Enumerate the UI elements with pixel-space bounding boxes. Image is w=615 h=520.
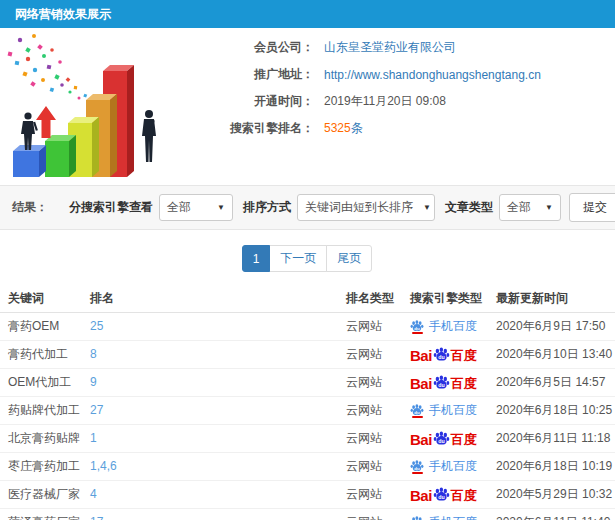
businessman-right: [142, 110, 156, 162]
rank-type-cell: 云网站: [346, 431, 382, 445]
result-label: 结果：: [12, 199, 48, 216]
table-row: 北京膏药贴牌1云网站Baidu百度2020年6月11日 11:18: [0, 424, 615, 452]
next-page-button[interactable]: 下一页: [269, 245, 327, 272]
pagination: 1 下一页 尾页: [0, 230, 615, 286]
chevron-down-icon: ▼: [423, 203, 431, 212]
rank-link[interactable]: 1,4,6: [90, 459, 117, 473]
rank-unit[interactable]: 条: [351, 121, 363, 135]
mobile-baidu-badge: du手机百度: [410, 402, 488, 419]
mobile-baidu-badge: du手机百度: [410, 458, 488, 475]
rank-link[interactable]: 8: [90, 347, 97, 361]
svg-text:du: du: [438, 353, 444, 359]
baidu-underline: [412, 472, 423, 474]
keyword-cell: 药贴牌代加工: [8, 403, 80, 417]
keyword-cell: 膏药代加工: [8, 347, 68, 361]
engine-type-label: 手机百度: [429, 402, 477, 419]
baidu-logo: Baidu百度: [410, 430, 488, 447]
rank-type-cell: 云网站: [346, 487, 382, 501]
sort-filter-label: 排序方式: [243, 199, 291, 216]
updated-time-cell: 2020年6月11日 11:18: [496, 431, 610, 445]
rank-link[interactable]: 25: [90, 319, 103, 333]
company-info-list: 会员公司： 山东皇圣堂药业有限公司 推广地址： http://www.shand…: [196, 28, 615, 142]
last-page-button[interactable]: 尾页: [326, 245, 372, 272]
mobile-baidu-badge: du手机百度: [410, 318, 488, 335]
rank-type-cell: 云网站: [346, 319, 382, 333]
submit-button[interactable]: 提交: [569, 193, 615, 222]
info-row-url: 推广地址： http://www.shandonghuangshengtang.…: [196, 61, 615, 88]
svg-text:du: du: [438, 493, 444, 499]
rank-type-cell: 云网站: [346, 347, 382, 361]
engine-rank-value: 5325条: [324, 120, 363, 137]
baidu-logo: Baidu百度: [410, 346, 488, 363]
promo-url-label: 推广地址：: [196, 66, 314, 83]
open-time-label: 开通时间：: [196, 93, 314, 110]
column-header: 最新更新时间: [488, 286, 615, 312]
table-row: 菏泽膏药厂家17云网站du手机百度2020年6月11日 11:40: [0, 508, 615, 520]
baidu-paw-icon: du: [410, 319, 424, 333]
rank-type-cell: 云网站: [346, 459, 382, 473]
company-name-link[interactable]: 山东皇圣堂药业有限公司: [324, 39, 456, 56]
rank-link[interactable]: 27: [90, 403, 103, 417]
chevron-down-icon: ▼: [217, 203, 225, 212]
baidu-logo-bai: Bai: [410, 348, 432, 363]
businessman-left: [21, 112, 38, 150]
filter-controls: 分搜索引擎查看 全部 ▼ 排序方式 关键词由短到长排序 ▼ 文章类型 全部 ▼ …: [59, 193, 615, 222]
svg-text:du: du: [438, 381, 444, 387]
keyword-cell: 枣庄膏药加工: [8, 459, 80, 473]
baidu-logo-bai: Bai: [410, 488, 432, 503]
promo-url-link[interactable]: http://www.shandonghuangshengtang.cn: [324, 68, 541, 82]
engine-rank-label: 搜索引擎排名：: [196, 120, 314, 137]
engine-type-label: 手机百度: [429, 458, 477, 475]
engine-type-label: 手机百度: [429, 514, 477, 520]
rank-type-cell: 云网站: [346, 515, 382, 520]
updated-time-cell: 2020年6月9日 17:50: [496, 319, 605, 333]
keyword-cell: 菏泽膏药厂家: [8, 515, 80, 520]
table-row: 膏药OEM25云网站du手机百度2020年6月9日 17:50: [0, 312, 615, 340]
svg-text:du: du: [414, 325, 420, 330]
mobile-baidu-badge: du手机百度: [410, 514, 488, 520]
svg-text:du: du: [414, 465, 420, 470]
article-type-value: 全部: [507, 199, 531, 216]
baidu-logo-bai: Bai: [410, 376, 432, 391]
info-row-engine-rank: 搜索引擎排名： 5325条: [196, 115, 615, 142]
page-number-current[interactable]: 1: [242, 245, 271, 272]
column-header: 排名类型: [338, 286, 402, 312]
baidu-paw-icon: du: [410, 459, 424, 473]
updated-time-cell: 2020年6月11日 11:40: [496, 515, 610, 520]
up-arrow-icon: [36, 106, 56, 138]
updated-time-cell: 2020年6月5日 14:57: [496, 375, 605, 389]
keyword-cell: OEM代加工: [8, 375, 71, 389]
article-type-label: 文章类型: [445, 199, 493, 216]
baidu-paw-icon: du: [433, 374, 450, 391]
results-table: 关键词排名排名类型搜索引擎类型最新更新时间 膏药OEM25云网站du手机百度20…: [0, 286, 615, 520]
sort-filter-select[interactable]: 关键词由短到长排序 ▼: [297, 194, 435, 221]
rank-link[interactable]: 17: [90, 515, 103, 520]
baidu-paw-icon: du: [433, 346, 450, 363]
keyword-cell: 膏药OEM: [8, 319, 59, 333]
baidu-logo-name: 百度: [451, 489, 477, 503]
updated-time-cell: 2020年5月29日 10:32: [496, 487, 612, 501]
rank-link[interactable]: 9: [90, 375, 97, 389]
chevron-down-icon: ▼: [545, 203, 553, 212]
baidu-paw-icon: du: [410, 403, 424, 417]
rank-count: 5325: [324, 121, 351, 135]
table-body: 膏药OEM25云网站du手机百度2020年6月9日 17:50膏药代加工8云网站…: [0, 312, 615, 520]
engine-filter-label: 分搜索引擎查看: [69, 199, 153, 216]
rank-link[interactable]: 1: [90, 431, 97, 445]
growth-chart-image: [0, 28, 196, 183]
table-row: 膏药代加工8云网站Baidu百度2020年6月10日 13:40: [0, 340, 615, 368]
rank-link[interactable]: 4: [90, 487, 97, 501]
bar-green: [45, 135, 76, 177]
engine-filter-select[interactable]: 全部 ▼: [159, 194, 233, 221]
baidu-logo-name: 百度: [451, 433, 477, 447]
table-row: 枣庄膏药加工1,4,6云网站du手机百度2020年6月18日 10:19: [0, 452, 615, 480]
engine-type-label: 手机百度: [429, 318, 477, 335]
svg-text:du: du: [414, 409, 420, 414]
article-type-select[interactable]: 全部 ▼: [499, 194, 561, 221]
info-section: 会员公司： 山东皇圣堂药业有限公司 推广地址： http://www.shand…: [0, 28, 615, 185]
info-row-company: 会员公司： 山东皇圣堂药业有限公司: [196, 34, 615, 61]
bar-chart-illustration: [0, 28, 196, 183]
keyword-cell: 北京膏药贴牌: [8, 431, 80, 445]
keyword-cell: 医疗器械厂家: [8, 487, 80, 501]
updated-time-cell: 2020年6月18日 10:19: [496, 459, 612, 473]
